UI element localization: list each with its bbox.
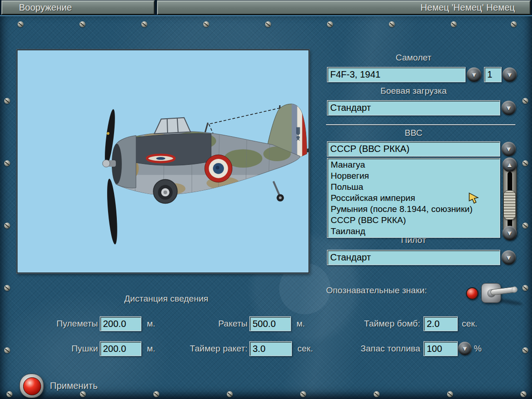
screw-icon xyxy=(4,98,10,104)
apply-label[interactable]: Применить xyxy=(50,381,97,391)
loadout-label: Боевая загрузка xyxy=(327,86,500,96)
scrollbar-thumb[interactable] xyxy=(503,190,516,220)
markings-indicator-lamp-icon xyxy=(466,287,478,300)
screw-icon xyxy=(522,223,528,229)
screw-icon xyxy=(203,21,209,27)
screw-icon xyxy=(511,21,517,27)
fuel-dropdown-arrow-icon[interactable]: ▼ xyxy=(458,342,472,355)
screw-icon xyxy=(141,21,147,27)
rudder-tricolor xyxy=(292,101,308,160)
airforce-dropdown-arrow-icon[interactable]: ▼ xyxy=(502,142,516,156)
markings-label: Опознавательные знаки: xyxy=(326,285,427,296)
screw-icon xyxy=(520,391,526,397)
list-item[interactable]: Польша xyxy=(327,181,500,193)
aircraft-image xyxy=(18,50,308,272)
machineguns-unit: м. xyxy=(147,319,155,329)
screw-icon xyxy=(4,285,10,291)
rockets-input[interactable] xyxy=(249,316,291,331)
main-wheel xyxy=(153,180,177,204)
screw-icon xyxy=(374,391,380,397)
loadout-select[interactable]: Стандарт xyxy=(327,100,500,115)
screw-icon xyxy=(522,160,528,166)
screw-icon xyxy=(522,347,528,353)
screw-icon xyxy=(447,391,453,397)
scroll-down-icon[interactable]: ▼ xyxy=(502,226,517,240)
title-bar: Вооружение Немец 'Немец' Немец xyxy=(0,0,532,15)
tail-wheel xyxy=(273,181,284,202)
fuselage-roundel xyxy=(205,155,232,182)
aircraft-count-dropdown-arrow-icon[interactable]: ▼ xyxy=(502,67,517,82)
screw-icon xyxy=(18,21,24,27)
list-item[interactable]: СССР (ВВС РККА) xyxy=(327,215,500,226)
fuel-label: Запас топлива xyxy=(342,344,420,354)
screw-icon xyxy=(389,21,395,27)
bomb-timer-input[interactable] xyxy=(423,316,458,331)
list-item[interactable]: Таиланд xyxy=(327,226,500,237)
cannons-unit: м. xyxy=(147,344,155,354)
screw-icon xyxy=(522,285,528,291)
cannons-input[interactable] xyxy=(100,341,141,356)
rocket-timer-unit: сек. xyxy=(297,344,313,354)
mouse-cursor xyxy=(468,192,479,204)
aircraft-select[interactable]: F4F-3, 1941 xyxy=(327,67,466,82)
rocket-timer-label: Таймер ракет: xyxy=(180,344,248,354)
airforce-label: ВВС xyxy=(327,128,500,138)
aircraft-label: Самолет xyxy=(327,53,500,63)
screw-icon xyxy=(265,21,271,27)
pilot-dropdown-arrow-icon[interactable]: ▼ xyxy=(502,250,516,265)
bomb-timer-label: Таймер бомб: xyxy=(342,319,420,329)
rockets-unit: м. xyxy=(296,319,305,329)
convergence-title: Дистанция сведения xyxy=(74,294,259,304)
rocket-timer-input[interactable] xyxy=(249,341,292,356)
armament-screen: Вооружение Немец 'Немец' Немец xyxy=(0,0,532,399)
cannons-label: Пушки xyxy=(46,344,98,354)
fuel-unit: % xyxy=(474,344,482,354)
screw-icon xyxy=(153,391,159,397)
screw-icon xyxy=(4,160,10,166)
fuel-input[interactable] xyxy=(423,341,458,356)
wing-roundel-center xyxy=(156,157,165,160)
screw-icon xyxy=(522,98,528,104)
loadout-dropdown-arrow-icon[interactable]: ▼ xyxy=(502,101,516,115)
list-item[interactable]: Норвегия xyxy=(327,170,500,181)
pilot-select[interactable]: Стандарт xyxy=(327,250,500,265)
apply-button-icon[interactable] xyxy=(19,374,44,398)
screw-icon xyxy=(4,223,10,229)
screw-icon xyxy=(300,391,306,397)
screw-icon xyxy=(4,347,10,353)
list-item[interactable]: Манагуа xyxy=(327,159,500,170)
bomb-timer-unit: сек. xyxy=(462,319,478,329)
main-panel: Самолет F4F-3, 1941 ▼ 1 ▼ Боевая загрузк… xyxy=(0,15,532,399)
aircraft-preview xyxy=(17,49,309,273)
section-divider xyxy=(326,124,515,125)
aircraft-dropdown-arrow-icon[interactable]: ▼ xyxy=(467,67,481,82)
screw-icon xyxy=(227,391,233,397)
screw-icon xyxy=(79,21,85,27)
canopy xyxy=(154,118,190,134)
list-item[interactable]: Румыния (после 8.1944, союзники) xyxy=(327,204,500,215)
tab-armament[interactable]: Вооружение xyxy=(1,0,155,15)
rockets-label: Ракеты xyxy=(194,319,248,329)
machineguns-input[interactable] xyxy=(100,316,141,331)
machineguns-label: Пулеметы xyxy=(46,319,98,329)
airforce-select[interactable]: СССР (ВВС РККА) xyxy=(327,141,500,157)
screw-icon xyxy=(327,21,333,27)
aircraft-count-field[interactable]: 1 xyxy=(484,67,502,82)
player-name-tab: Немец 'Немец' Немец xyxy=(157,0,531,15)
screw-icon xyxy=(6,391,12,397)
screw-icon xyxy=(80,391,86,397)
screw-icon xyxy=(451,21,457,27)
scroll-up-icon[interactable]: ▲ xyxy=(502,157,517,172)
